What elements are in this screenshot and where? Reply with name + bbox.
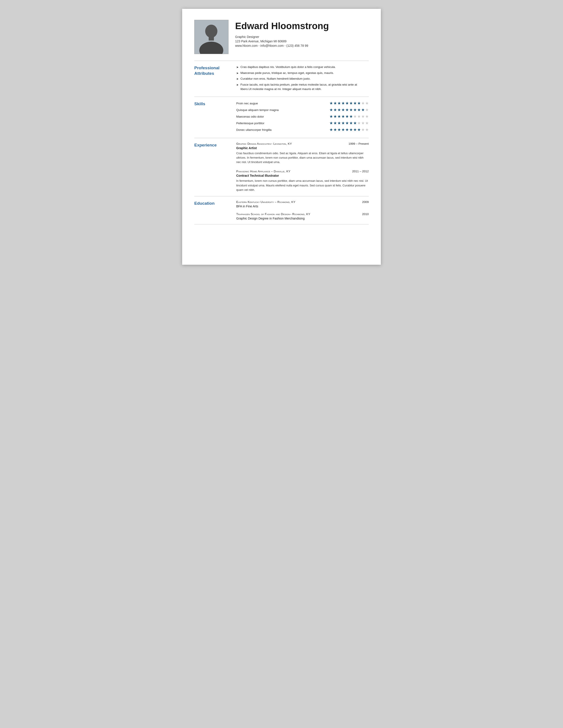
attribute-text: Maecenas pede purus, tristique ac, tempu… (240, 71, 334, 75)
exp-description: Cras faucibus condimentum odio. Sed ac l… (236, 151, 369, 164)
star-rating: ★★★★★★★★★★ (330, 121, 369, 126)
header-name: Edward Hloomstrong (235, 21, 369, 31)
star-rating: ★★★★★★★★★★ (330, 107, 369, 112)
star-filled: ★ (353, 121, 357, 126)
star-filled: ★ (345, 107, 349, 112)
star-filled: ★ (341, 114, 345, 119)
exp-role: Graphic Artist (236, 146, 369, 150)
section-professional-attributes: ProfessionalAttributes ➤Cras dapibus dap… (194, 61, 369, 97)
skill-row: Quisque aliquam tempor magna★★★★★★★★★★ (236, 107, 369, 112)
edu-school: Traphagen School of Fashion and Design– … (236, 212, 311, 216)
skill-row: Donec ullamcorper fringilla★★★★★★★★★★ (236, 127, 369, 132)
skill-row: Proin nec augue★★★★★★★★★★ (236, 101, 369, 106)
exp-company: Panasonic Home Appliance – Danville, KY (236, 170, 291, 173)
star-filled: ★ (345, 114, 349, 119)
star-empty: ★ (361, 127, 365, 132)
edu-year: 2010 (362, 212, 369, 216)
star-empty: ★ (365, 127, 369, 132)
arrow-icon: ➤ (236, 77, 239, 81)
edu-degree: BFA in Fine Arts (236, 205, 369, 208)
star-empty: ★ (361, 101, 365, 106)
skill-name: Pellentesque porttitor (236, 122, 330, 125)
star-filled: ★ (330, 107, 333, 112)
star-filled: ★ (345, 101, 349, 106)
attribute-item: ➤Maecenas pede purus, tristique ac, temp… (236, 71, 369, 75)
section-label-skills: Skills (194, 101, 229, 134)
attribute-text: Fusce iaculis, est quis lacinia pretium,… (240, 83, 369, 92)
section-label-professional-attributes: ProfessionalAttributes (194, 65, 229, 93)
star-empty: ★ (365, 114, 369, 119)
star-empty: ★ (361, 114, 365, 119)
star-filled: ★ (334, 127, 337, 132)
attribute-text: Cras dapibus dapibus nis. Vestibulum qui… (240, 65, 336, 69)
header-title: Graphic Designer (235, 35, 369, 39)
star-filled: ★ (334, 101, 337, 106)
star-empty: ★ (365, 101, 369, 106)
star-filled: ★ (341, 101, 345, 106)
star-filled: ★ (337, 127, 341, 132)
exp-role: Contract Technical Illustrator (236, 174, 369, 177)
exp-company: Graphic Design Associates– Lexington, KY (236, 142, 292, 145)
star-filled: ★ (337, 107, 341, 112)
svg-point-1 (205, 25, 217, 38)
star-filled: ★ (349, 121, 353, 126)
star-empty: ★ (357, 121, 361, 126)
attribute-item: ➤Curabitur non eros. Nullam hendrerit bi… (236, 77, 369, 81)
section-label-experience: Experience (194, 142, 229, 192)
edu-header: Traphagen School of Fashion and Design– … (236, 212, 369, 216)
star-filled: ★ (353, 107, 357, 112)
star-empty: ★ (365, 107, 369, 112)
star-filled: ★ (337, 101, 341, 106)
section-label-education: Education (194, 200, 229, 220)
star-filled: ★ (330, 101, 333, 106)
skill-row: Maecenas odio dolor★★★★★★★★★★ (236, 114, 369, 119)
star-filled: ★ (361, 107, 365, 112)
star-filled: ★ (357, 127, 361, 132)
star-filled: ★ (349, 101, 353, 106)
star-filled: ★ (353, 127, 357, 132)
exp-header: Panasonic Home Appliance – Danville, KY … (236, 170, 369, 173)
resume-page: Edward Hloomstrong Graphic Designer 123 … (182, 9, 381, 265)
star-filled: ★ (334, 114, 337, 119)
edu-year: 2009 (362, 200, 369, 204)
header-info: Edward Hloomstrong Graphic Designer 123 … (235, 20, 369, 47)
star-filled: ★ (330, 121, 333, 126)
star-empty: ★ (357, 114, 361, 119)
star-empty: ★ (361, 121, 365, 126)
exp-dates: 1999 – Present (349, 142, 369, 145)
star-filled: ★ (341, 127, 345, 132)
star-rating: ★★★★★★★★★★ (330, 114, 369, 119)
attribute-item: ➤Cras dapibus dapibus nis. Vestibulum qu… (236, 65, 369, 69)
svg-rect-3 (209, 36, 214, 41)
star-filled: ★ (337, 114, 341, 119)
arrow-icon: ➤ (236, 83, 239, 92)
edu-header: Eastern Kentucky University – Richmond, … (236, 200, 369, 204)
attribute-item: ➤Fusce iaculis, est quis lacinia pretium… (236, 83, 369, 92)
education-entry: Traphagen School of Fashion and Design– … (236, 212, 369, 220)
star-filled: ★ (334, 121, 337, 126)
star-filled: ★ (345, 121, 349, 126)
skill-name: Proin nec augue (236, 102, 330, 105)
skill-row: Pellentesque porttitor★★★★★★★★★★ (236, 121, 369, 126)
header: Edward Hloomstrong Graphic Designer 123 … (194, 20, 369, 54)
star-filled: ★ (345, 127, 349, 132)
star-filled: ★ (330, 127, 333, 132)
star-filled: ★ (330, 114, 333, 119)
section-content-professional-attributes: ➤Cras dapibus dapibus nis. Vestibulum qu… (236, 65, 369, 93)
star-rating: ★★★★★★★★★★ (330, 127, 369, 132)
attributes-list: ➤Cras dapibus dapibus nis. Vestibulum qu… (236, 65, 369, 91)
star-empty: ★ (365, 121, 369, 126)
attribute-text: Curabitur non eros. Nullam hendrerit bib… (240, 77, 311, 81)
header-address: 123 Park Avenue, Michigan MI 60689 (235, 39, 369, 43)
star-filled: ★ (349, 114, 353, 119)
skill-name: Maecenas odio dolor (236, 115, 330, 118)
star-filled: ★ (353, 101, 357, 106)
avatar (194, 20, 228, 54)
experience-entry: Graphic Design Associates– Lexington, KY… (236, 142, 369, 164)
exp-header: Graphic Design Associates– Lexington, KY… (236, 142, 369, 145)
star-filled: ★ (337, 121, 341, 126)
exp-description: In fermentum, lorem non cursus porttitor… (236, 179, 369, 192)
section-experience: Experience Graphic Design Associates– Le… (194, 138, 369, 196)
section-skills: Skills Proin nec augue★★★★★★★★★★Quisque … (194, 97, 369, 138)
section-content-education: Eastern Kentucky University – Richmond, … (236, 200, 369, 220)
